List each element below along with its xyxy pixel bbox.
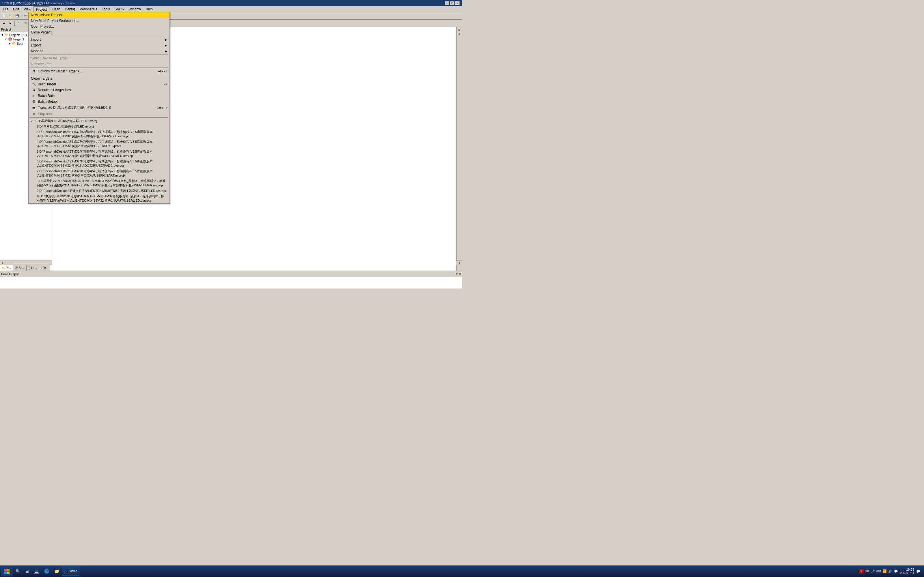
- recent-5[interactable]: 5 D:\Personal\Desktop\STM32学习资料\4，程序源码\2…: [29, 149, 170, 159]
- menu-new-multi-project[interactable]: New Multi-Project Workspace...: [29, 18, 170, 24]
- sep-b: [30, 55, 168, 55]
- tab-templ-label: 𝑎 Te...: [41, 266, 48, 270]
- menu-export[interactable]: Export ▶: [29, 42, 170, 48]
- tab-books-icon: 📚: [15, 266, 18, 269]
- batch-icon: ⊞: [31, 94, 37, 98]
- sep1: [21, 13, 21, 18]
- menu-project[interactable]: Project: [34, 6, 49, 12]
- menu-view[interactable]: View: [21, 6, 34, 12]
- left-panel-scroll: ◄ ►: [0, 261, 52, 265]
- minimize-button[interactable]: −: [445, 1, 449, 5]
- sep-d: [30, 75, 168, 75]
- build-output-header: Build Output ⊞ ×: [0, 271, 462, 277]
- build-output-content: [0, 277, 462, 288]
- menu-open-project[interactable]: Open Project...: [29, 24, 170, 29]
- next-button[interactable]: ►: [7, 20, 14, 27]
- source-expand-icon: ▶: [9, 42, 12, 45]
- tab-project[interactable]: 📁 Pr...: [0, 265, 13, 271]
- menu-batch-build[interactable]: ⊞ Batch Build: [29, 93, 170, 99]
- target-expand-icon: ▼: [5, 38, 8, 41]
- build-output-panel: Build Output ⊞ ×: [0, 271, 462, 288]
- menu-debug[interactable]: Debug: [63, 6, 78, 12]
- recent-8[interactable]: 8 D:\单片机\STM32\学习资料\ALIENTEK MiniSTM32开发…: [29, 178, 170, 188]
- source-label: Sour: [17, 42, 23, 45]
- menu-manage[interactable]: Manage ▶: [29, 48, 170, 54]
- t2-btn1[interactable]: ≡: [16, 20, 22, 27]
- cut-button[interactable]: ✂: [22, 13, 29, 19]
- panel-collapse-btn[interactable]: ⊟: [458, 28, 461, 32]
- tab-books[interactable]: 📚 Bo...: [13, 265, 27, 271]
- recent-1-label: 1 D:\单片机\C51\汇编\小灯闪烁\LED2.uvproj: [35, 119, 97, 123]
- menu-stop-build: ⏹ Stop build: [29, 111, 170, 117]
- recent-1[interactable]: ✓ 1 D:\单片机\C51\汇编\小灯闪烁\LED2.uvproj: [29, 118, 170, 124]
- menu-bar: File Edit View Project Flash Debug Perip…: [0, 6, 462, 12]
- menu-translate[interactable]: ⇄ Translate D:\单片机\C51\汇编\小灯闪烁\LED2.S Ct…: [29, 105, 170, 111]
- maximize-button[interactable]: □: [450, 1, 454, 5]
- right-panel: ⊟ ×: [456, 27, 462, 271]
- target-icon: 🎯: [8, 37, 13, 41]
- menu-window[interactable]: Window: [126, 6, 143, 12]
- menu-tools[interactable]: Tools: [100, 6, 112, 12]
- menu-edit[interactable]: Edit: [11, 6, 21, 12]
- project-label: Project: [1, 28, 11, 31]
- title-bar: D:\单片机\C51\汇编\小灯闪烁\LED2.uvproj - µVision…: [0, 0, 462, 6]
- tab-project-label: Pr...: [6, 266, 11, 269]
- tab-functions[interactable]: {} Fu...: [27, 265, 39, 271]
- menu-help[interactable]: Help: [143, 6, 155, 12]
- menu-options-target[interactable]: ⚙ Options for Target 'Target 1'... Alt+F…: [29, 68, 170, 74]
- menu-remove-item: Remove Item: [29, 61, 170, 67]
- menu-build-target[interactable]: 🔨 Build Target F7: [29, 81, 170, 87]
- build-icon: 🔨: [31, 82, 37, 86]
- menu-flash[interactable]: Flash: [49, 6, 62, 12]
- scroll-left-btn[interactable]: ◄: [0, 261, 4, 265]
- project-node-label: Project: LED: [9, 33, 27, 37]
- panel-tabs: 📁 Pr... 📚 Bo... {} Fu... 𝑎 Te...: [0, 265, 52, 271]
- build-output-controls: ⊞ ×: [456, 272, 461, 276]
- recent-4[interactable]: 4 D:\Personal\Desktop\STM32学习资料\4，程序源码\2…: [29, 139, 170, 149]
- recent-3[interactable]: 3 D:\Personal\Desktop\STM32学习资料\4，程序源码\2…: [29, 129, 170, 139]
- menu-file[interactable]: File: [1, 6, 11, 12]
- menu-rebuild-all[interactable]: ⚙ Rebuild all target files: [29, 87, 170, 93]
- recent-2[interactable]: 2 D:\单片机\C51\汇编\亮小灯\LED.uvproj: [29, 124, 170, 129]
- source-icon: 📂: [12, 42, 17, 45]
- recent-6[interactable]: 6 D:\Personal\Desktop\STM32学习资料\4，程序源码\2…: [29, 159, 170, 169]
- stop-icon: ⏹: [31, 112, 37, 116]
- close-button[interactable]: ×: [455, 1, 460, 5]
- menu-peripherals[interactable]: Peripherals: [78, 6, 100, 12]
- sep7: [15, 21, 15, 26]
- menu-batch-setup[interactable]: ⊟ Batch Setup...: [29, 99, 170, 105]
- new-file-button[interactable]: 📄: [1, 13, 7, 19]
- target-label: Target 1: [13, 37, 24, 41]
- recent-10[interactable]: 10 D:\单片机\STM32\学习资料\ALIENTEK MiniSTM32开…: [29, 193, 170, 203]
- scroll-track[interactable]: [4, 261, 52, 265]
- open-button[interactable]: 📂: [7, 13, 14, 19]
- tab-books-label: Bo...: [19, 266, 25, 269]
- rebuild-icon: ⚙: [31, 88, 37, 92]
- batch-setup-icon: ⊟: [31, 100, 37, 103]
- menu-svcs[interactable]: SVCS: [112, 6, 126, 12]
- menu-select-device: Select Device for Target ...: [29, 55, 170, 61]
- save-button[interactable]: 💾: [14, 13, 20, 19]
- t2-btn2[interactable]: ⇅: [22, 20, 29, 27]
- sep-c: [30, 68, 168, 68]
- project-node-icon: 📁: [5, 33, 9, 37]
- tab-func-label: {} Fu...: [28, 266, 37, 269]
- window-title: D:\单片机\C51\汇编\小灯闪烁\LED2.uvproj - µVision: [2, 1, 445, 5]
- h-scrollbar[interactable]: ◄ ►: [0, 261, 52, 265]
- recent-9[interactable]: 9 D:\Personal\Desktop\新建文件夹\ALIENTEK MIN…: [29, 188, 170, 193]
- expand-icon: ▼: [1, 34, 5, 36]
- project-dropdown-menu: New µVision Project... New Multi-Project…: [28, 12, 170, 204]
- menu-clean-targets[interactable]: Clean Targets: [29, 76, 170, 81]
- tab-project-icon: 📁: [2, 266, 5, 269]
- menu-new-project[interactable]: New µVision Project...: [29, 12, 170, 18]
- translate-icon: ⇄: [31, 106, 37, 110]
- tab-templates[interactable]: 𝑎 Te...: [39, 265, 50, 271]
- recent-7[interactable]: 7 D:\Personal\Desktop\STM32学习资料\4，程序源码\2…: [29, 169, 170, 178]
- prev-button[interactable]: ◄: [1, 20, 7, 27]
- panel-close-btn[interactable]: ×: [458, 32, 460, 36]
- menu-close-project[interactable]: Close Project: [29, 29, 170, 35]
- build-output-title: Build Output: [1, 272, 19, 276]
- window-controls: − □ ×: [445, 1, 460, 5]
- recent-1-check: ✓: [31, 119, 34, 123]
- menu-import[interactable]: Import ▶: [29, 37, 170, 42]
